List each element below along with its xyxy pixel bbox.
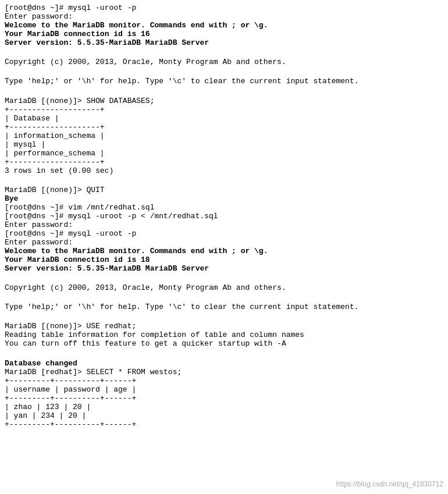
terminal-line: Enter password: <box>5 221 443 229</box>
terminal-line: +--------------------+ <box>5 123 443 132</box>
terminal-line: MariaDB [redhat]> SELECT * FROM westos; <box>5 368 443 376</box>
terminal-line: | Database | <box>5 114 443 123</box>
terminal-line: MariaDB [(none)]> USE redhat; <box>5 322 443 330</box>
terminal-line: +--------------------+ <box>5 158 443 166</box>
terminal-line: | information_schema | <box>5 132 443 140</box>
terminal-line: Your MariaDB connection id is 16 <box>5 30 443 38</box>
terminal-line: Your MariaDB connection id is 18 <box>5 255 443 264</box>
terminal-line: [root@dns ~]# mysql -uroot -p <box>5 3 443 12</box>
terminal-line: Server version: 5.5.35-MariaDB MariaDB S… <box>5 38 443 47</box>
terminal-line: | zhao | 123 | 20 | <box>5 403 443 411</box>
terminal-line <box>5 175 443 186</box>
terminal-line: Enter password: <box>5 12 443 21</box>
terminal-window: [root@dns ~]# mysql -uroot -pEnter passw… <box>0 0 448 494</box>
terminal-line: [root@dns ~]# mysql -uroot -p < /mnt/red… <box>5 212 443 221</box>
terminal-line <box>5 273 443 283</box>
terminal-line: Bye <box>5 194 443 203</box>
terminal-line: +--------------------+ <box>5 105 443 114</box>
watermark: https://blog.csdn.net/qq_41830712 <box>336 480 443 488</box>
terminal-line: [root@dns ~]# vim /mnt/redhat.sql <box>5 203 443 212</box>
terminal-line: Enter password: <box>5 238 443 247</box>
terminal-line: Copyright (c) 2000, 2013, Oracle, Monty … <box>5 58 443 66</box>
terminal-line <box>5 292 443 303</box>
terminal-line: Type 'help;' or '\h' for help. Type '\c'… <box>5 303 443 311</box>
terminal-line: You can turn off this feature to get a q… <box>5 339 443 348</box>
terminal-line <box>5 47 443 58</box>
terminal-line: +---------+----------+------+ <box>5 420 443 429</box>
terminal-line <box>5 348 443 358</box>
terminal-line: | username | password | age | <box>5 385 443 394</box>
terminal-line: +---------+----------+------+ <box>5 376 443 385</box>
terminal-line <box>5 66 443 77</box>
terminal-line: Database changed <box>5 359 443 368</box>
terminal-line <box>5 311 443 322</box>
terminal-line: Copyright (c) 2000, 2013, Oracle, Monty … <box>5 283 443 292</box>
terminal-line <box>5 86 443 96</box>
terminal-line: | yan | 234 | 20 | <box>5 411 443 420</box>
terminal-line: Server version: 5.5.35-MariaDB MariaDB S… <box>5 264 443 273</box>
terminal-line: Welcome to the MariaDB monitor. Commands… <box>5 21 443 30</box>
terminal-line: Welcome to the MariaDB monitor. Commands… <box>5 247 443 255</box>
terminal-output: [root@dns ~]# mysql -uroot -pEnter passw… <box>5 3 443 429</box>
terminal-line: | performance_schema | <box>5 149 443 158</box>
terminal-line: MariaDB [(none)]> QUIT <box>5 186 443 194</box>
terminal-line: +---------+----------+------+ <box>5 394 443 403</box>
terminal-line: Reading table information for completion… <box>5 330 443 339</box>
terminal-line: | mysql | <box>5 140 443 149</box>
terminal-line: Type 'help;' or '\h' for help. Type '\c'… <box>5 77 443 86</box>
terminal-line: MariaDB [(none)]> SHOW DATABASES; <box>5 97 443 105</box>
terminal-line: 3 rows in set (0.00 sec) <box>5 166 443 175</box>
terminal-line: [root@dns ~]# mysql -uroot -p <box>5 229 443 238</box>
